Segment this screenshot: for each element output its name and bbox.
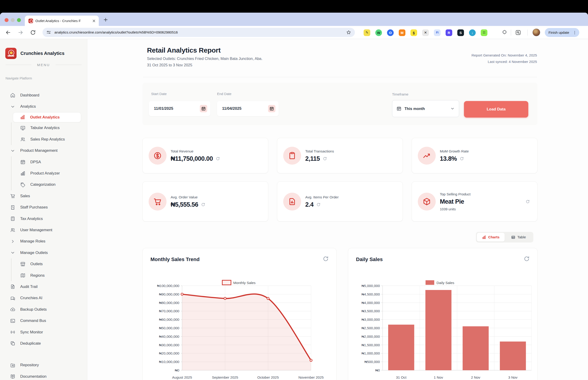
timeframe-value: This month xyxy=(405,107,450,111)
sidebar-item-user-management[interactable]: User Management xyxy=(0,224,87,236)
svg-text:₦3,500,000: ₦3,500,000 xyxy=(362,309,380,313)
sidebar-item-label: Analytics xyxy=(20,104,36,109)
sidebar-item-outlet-analytics[interactable]: Outlet Analytics xyxy=(13,112,81,122)
sidebar-item-label: Tax Analytics xyxy=(20,216,43,221)
kpi-value: Meat Pie xyxy=(440,198,464,205)
back-icon[interactable] xyxy=(5,29,11,36)
sidebar-item-sync-monitor[interactable]: Sync Monitor xyxy=(0,326,87,338)
profile-avatar[interactable] xyxy=(532,28,540,36)
s-dark-extension-icon[interactable]: S xyxy=(457,29,464,36)
brand-row[interactable]: Crunchies Analytics xyxy=(5,48,64,59)
browser-tab[interactable]: Outlet Analytics - Crunchies F xyxy=(25,16,99,26)
monthly-sales-chart: ₦100,000,000₦90,000,000₦80,000,000₦70,00… xyxy=(143,248,336,380)
svg-text:₦0: ₦0 xyxy=(375,368,380,372)
refresh-icon[interactable] xyxy=(316,202,321,207)
sidebar-item-audit-trail[interactable]: Audit Trail xyxy=(0,281,87,292)
last-synced-text: Last synced: 4 November 2025 xyxy=(488,60,537,64)
refresh-icon[interactable] xyxy=(526,199,530,204)
sidebar-items: Dashboard Analytics Outlet Analytics Tab… xyxy=(0,90,87,380)
new-tab-button[interactable] xyxy=(103,17,108,22)
cart-icon xyxy=(10,193,15,199)
sidebar-item-repository[interactable]: Repository xyxy=(0,360,87,371)
extensions-puzzle-icon[interactable] xyxy=(502,29,507,36)
svg-text:October 2025: October 2025 xyxy=(257,375,279,379)
fox-extension-icon[interactable]: M xyxy=(399,29,405,36)
sidebar-item-product-analyzer[interactable]: Product Analyzer xyxy=(0,168,87,179)
refresh-icon[interactable] xyxy=(323,156,327,161)
svg-text:₦3,000,000: ₦3,000,000 xyxy=(362,318,380,322)
sidebar-item-tabular-analytics[interactable]: Tabular Analytics xyxy=(0,122,87,134)
svg-text:₦100,000,000: ₦100,000,000 xyxy=(157,284,179,288)
end-date-input[interactable]: 11/04/2025 xyxy=(217,101,279,116)
refresh-icon[interactable] xyxy=(201,202,205,207)
sidebar-item-dashboard[interactable]: Dashboard xyxy=(0,90,87,101)
o-blue-extension-icon[interactable]: O xyxy=(387,29,394,36)
sidebar-item-tax-analytics[interactable]: Tax Analytics xyxy=(0,213,87,224)
cart-icon xyxy=(149,193,167,210)
refresh-icon[interactable] xyxy=(216,156,220,161)
finish-update-label: Finish update xyxy=(549,31,572,35)
sidebar-item-label: Outlets xyxy=(30,262,43,266)
sidebar-item-product-management[interactable]: Product Management xyxy=(0,145,87,156)
svg-text:₦500,000: ₦500,000 xyxy=(365,360,380,364)
chevd-icon xyxy=(10,250,15,255)
forward-icon[interactable] xyxy=(18,29,24,36)
zoom-window-button[interactable] xyxy=(17,18,21,22)
browser-menu-icon[interactable] xyxy=(572,30,577,35)
sidebar-item-command-bus[interactable]: Command Bus xyxy=(0,315,87,326)
tab-close-icon[interactable] xyxy=(92,19,96,23)
grid-green-extension-icon[interactable]: ∷ xyxy=(481,29,487,36)
start-date-input[interactable]: 11/01/2025 xyxy=(149,101,210,116)
sidebar-item-categorization[interactable]: Categorization xyxy=(0,179,87,190)
sidebar-item-label: Regions xyxy=(30,273,45,278)
sidebar-item-staff-purchases[interactable]: Staff Purchases xyxy=(0,202,87,213)
sidebar-item-manage-outlets[interactable]: Manage Outlets xyxy=(0,247,87,258)
copy-icon xyxy=(10,341,15,346)
sidebar-item-dpsa[interactable]: DPSA xyxy=(0,156,87,168)
toolbar-divider xyxy=(511,30,511,36)
sidebar-item-sales[interactable]: Sales xyxy=(0,190,87,202)
close-window-button[interactable] xyxy=(5,18,8,22)
refresh-icon[interactable] xyxy=(460,156,464,161)
sidebar-item-outlets[interactable]: Outlets xyxy=(0,258,87,269)
tab-charts[interactable]: Charts xyxy=(477,233,505,242)
menu-label: MENU xyxy=(31,63,55,67)
sidebar-item-sales-rep-analytics[interactable]: Sales Rep Analytics xyxy=(0,134,87,145)
map-icon xyxy=(20,273,25,278)
w-green-extension-icon[interactable]: W xyxy=(375,29,382,36)
s-yellow-extension-icon[interactable]: § xyxy=(411,29,417,36)
finish-update-button[interactable]: Finish update xyxy=(545,28,579,37)
svg-text:₦80,000,000: ₦80,000,000 xyxy=(159,301,179,305)
calc-icon xyxy=(10,216,15,221)
svg-text:₦1,500,000: ₦1,500,000 xyxy=(362,343,380,347)
tab-table[interactable]: Table xyxy=(505,233,532,242)
sidebar-item-label: Documentation xyxy=(20,374,46,379)
address-bar[interactable]: analytics.crunchiesonline.com/analytics/… xyxy=(42,28,355,37)
reload-icon[interactable] xyxy=(30,29,36,36)
r-purple-extension-icon[interactable]: R xyxy=(446,29,452,36)
bookmark-star-icon[interactable] xyxy=(346,30,351,35)
arrow-teal-extension-icon[interactable]: ↓ xyxy=(469,29,476,36)
sidebar-item-backup-outlets[interactable]: Backup Outlets xyxy=(0,304,87,315)
kpi-value: 2.4 xyxy=(305,201,314,208)
site-settings-icon[interactable] xyxy=(46,30,51,35)
kpi-card-avg-items-per-order: Avg. Items Per Order 2.4 xyxy=(277,181,403,222)
minimize-window-button[interactable] xyxy=(11,18,15,22)
sidebar-item-label: Command Bus xyxy=(20,319,46,323)
sidebar-item-documentation[interactable]: Documentation xyxy=(0,371,87,380)
sidebar-item-manage-roles[interactable]: Manage Roles xyxy=(0,236,87,247)
sidebar-item-crunchies-ai[interactable]: Crunchies AI xyxy=(0,292,87,304)
sidebar-item-regions[interactable]: Regions xyxy=(0,270,87,281)
x-gray-extension-icon[interactable]: ✕ xyxy=(422,29,429,36)
pen-yellow-extension-icon[interactable]: ✎ xyxy=(364,29,370,36)
fi-blue-extension-icon[interactable]: FI xyxy=(434,29,441,36)
calendar-picker-icon[interactable] xyxy=(268,105,275,112)
sidebar-item-analytics[interactable]: Analytics xyxy=(0,101,87,112)
screen: Outlet Analytics - Crunchies F analytics… xyxy=(0,0,588,380)
search-page-icon[interactable] xyxy=(515,29,521,36)
sidebar-item-deduplicate[interactable]: Deduplicate xyxy=(0,338,87,349)
timeframe-select[interactable]: This month xyxy=(392,100,459,117)
kpi-label: Total Revenue xyxy=(171,149,220,153)
calendar-picker-icon[interactable] xyxy=(200,105,207,112)
load-data-button[interactable]: Load Data xyxy=(464,101,528,117)
